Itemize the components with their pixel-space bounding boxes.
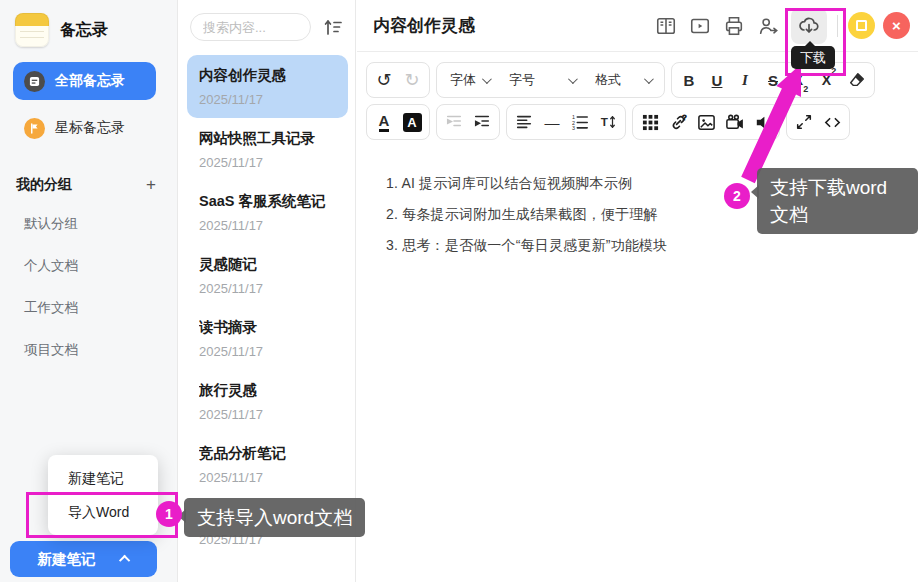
new-note-button-label: 新建笔记 — [38, 550, 96, 569]
note-date: 2025/11/17 — [199, 470, 336, 485]
sidebar-group-item[interactable]: 个人文档 — [0, 245, 177, 287]
svg-text:?: ? — [682, 113, 686, 122]
strikethrough-button[interactable]: S — [759, 66, 787, 94]
note-date: 2025/11/17 — [199, 281, 336, 296]
redo-button[interactable]: ↻ — [398, 66, 426, 94]
annotation-callout-import: 支持导入word文档 — [184, 498, 365, 537]
app-logo-icon — [15, 13, 49, 47]
popup-menu-item[interactable]: 新建笔记 — [48, 461, 158, 495]
align-button[interactable] — [510, 108, 538, 136]
sort-icon[interactable] — [322, 16, 344, 38]
reading-view-icon[interactable] — [655, 15, 677, 37]
fullscreen-expand-icon[interactable] — [790, 108, 818, 136]
chevron-down-icon — [482, 74, 492, 84]
print-icon[interactable] — [723, 15, 745, 37]
sidebar-group-item[interactable]: 工作文档 — [0, 287, 177, 329]
chevron-down-icon — [644, 74, 654, 84]
sidebar-item-label: 全部备忘录 — [55, 72, 125, 90]
annotation-badge-1: 1 — [156, 501, 182, 527]
groups-header: 我的分组 + — [0, 147, 177, 195]
dashed-square-icon — [856, 20, 867, 31]
note-title: 旅行灵感 — [199, 381, 336, 400]
svg-text:T: T — [601, 115, 609, 128]
presentation-icon[interactable] — [689, 15, 711, 37]
note-title-heading: 内容创作灵感 — [373, 14, 655, 37]
chevron-down-icon — [568, 74, 578, 84]
insert-video-icon[interactable] — [720, 108, 748, 136]
font-color-button[interactable]: A — [370, 108, 398, 136]
add-group-button[interactable]: + — [141, 175, 161, 195]
notes-list: 内容创作灵感 2025/11/17 网站快照工具记录 2025/11/17 Sa… — [179, 41, 355, 558]
horizontal-rule-button[interactable]: — — [538, 108, 566, 136]
outdent-button[interactable] — [440, 108, 468, 136]
note-title: 竞品分析笔记 — [199, 444, 336, 463]
underline-button[interactable]: U — [703, 66, 731, 94]
note-list-item[interactable]: 网站快照工具记录 2025/11/17 — [187, 118, 348, 181]
note-date: 2025/11/17 — [199, 407, 336, 422]
note-date: 2025/11/17 — [199, 344, 336, 359]
note-list-item[interactable]: 灵感随记 2025/11/17 — [187, 244, 348, 307]
annotation-badge-2: 2 — [724, 183, 750, 209]
groups-header-label: 我的分组 — [16, 176, 72, 194]
editor-panel: 内容创作灵感 × — [357, 0, 918, 582]
search-input[interactable] — [190, 13, 311, 41]
chevron-up-icon — [118, 555, 129, 566]
bold-button[interactable]: B — [675, 66, 703, 94]
new-note-button[interactable]: 新建笔记 — [10, 541, 157, 577]
font-size-dropdown[interactable]: 字号 — [499, 66, 585, 94]
note-title: 灵感随记 — [199, 255, 336, 274]
insert-image-icon[interactable] — [692, 108, 720, 136]
flag-icon — [24, 118, 45, 139]
content-line[interactable]: 3. 思考：是否做一个“每日灵感更新”功能模块 — [386, 237, 918, 255]
clear-format-eraser-icon[interactable] — [843, 66, 871, 94]
note-list-item[interactable]: SaaS 客服系统笔记 2025/11/17 — [187, 181, 348, 244]
group-list: 默认分组个人文档工作文档项目文档 — [0, 195, 177, 371]
note-title: SaaS 客服系统笔记 — [199, 192, 336, 211]
note-date: 2025/11/17 — [199, 218, 336, 233]
insert-table-icon[interactable] — [636, 108, 664, 136]
sidebar-item-all-notes[interactable]: 全部备忘录 — [13, 62, 156, 100]
note-title: 内容创作灵感 — [199, 66, 336, 85]
highlight-color-button[interactable]: A — [398, 108, 426, 136]
note-title: 读书摘录 — [199, 318, 336, 337]
undo-button[interactable]: ↺ — [370, 66, 398, 94]
annotation-callout-download: 支持下载word 文档 — [757, 168, 918, 234]
sidebar-group-item[interactable]: 项目文档 — [0, 329, 177, 371]
download-tooltip: 下载 — [791, 46, 835, 69]
close-icon: × — [892, 17, 901, 34]
line-height-button[interactable]: T — [594, 108, 622, 136]
code-view-icon[interactable] — [818, 108, 846, 136]
svg-text:3: 3 — [572, 125, 575, 131]
app-title: 备忘录 — [60, 20, 108, 41]
note-list-item[interactable]: 读书摘录 2025/11/17 — [187, 307, 348, 370]
indent-button[interactable] — [468, 108, 496, 136]
app-logo-row: 备忘录 — [0, 0, 177, 47]
sidebar-item-starred-notes[interactable]: 星标备忘录 — [13, 109, 156, 147]
sidebar-item-label: 星标备忘录 — [55, 119, 125, 137]
font-family-dropdown[interactable]: 字体 — [440, 66, 499, 94]
memo-icon — [24, 71, 45, 92]
ordered-list-button[interactable]: 123 — [566, 108, 594, 136]
note-date: 2025/11/17 — [199, 92, 336, 107]
capture-button[interactable] — [848, 12, 875, 39]
note-list-item[interactable]: 内容创作灵感 2025/11/17 — [187, 55, 348, 118]
close-button[interactable]: × — [883, 12, 910, 39]
note-list-item[interactable]: 旅行灵感 2025/11/17 — [187, 370, 348, 433]
note-title: 网站快照工具记录 — [199, 129, 336, 148]
italic-button[interactable]: I — [731, 66, 759, 94]
format-dropdown[interactable]: 格式 — [585, 66, 661, 94]
sidebar-group-item[interactable]: 默认分组 — [0, 203, 177, 245]
insert-media-icon[interactable] — [748, 108, 776, 136]
insert-link-icon[interactable]: ? — [664, 108, 692, 136]
note-date: 2025/11/17 — [199, 155, 336, 170]
notes-list-panel: 内容创作灵感 2025/11/17 网站快照工具记录 2025/11/17 Sa… — [179, 0, 356, 582]
share-collaborate-icon[interactable] — [757, 15, 779, 37]
note-list-item[interactable]: 竞品分析笔记 2025/11/17 — [187, 433, 348, 496]
